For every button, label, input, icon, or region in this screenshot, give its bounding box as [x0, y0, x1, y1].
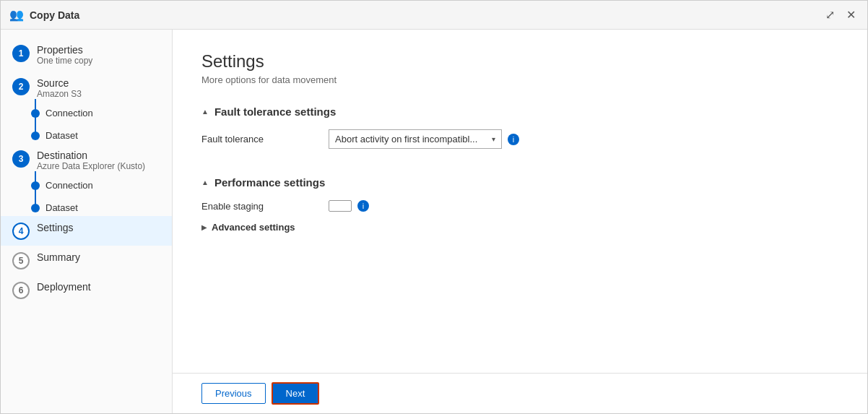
performance-header[interactable]: ▲ Performance settings: [201, 176, 838, 189]
fault-tolerance-section: ▲ Fault tolerance settings Fault toleran…: [201, 105, 838, 159]
sidebar-item-destination[interactable]: 3 Destination Azure Data Explorer (Kusto…: [1, 144, 172, 177]
app-icon: 👥: [9, 8, 24, 22]
app-window: 👥 Copy Data ⤢ ✕ 1 Properties One time co…: [0, 0, 868, 414]
dropdown-value: Abort activity on first incompatibl...: [335, 134, 477, 145]
nav-text-settings: Settings: [37, 222, 74, 233]
advanced-settings-row[interactable]: ▶ Advanced settings: [201, 222, 838, 233]
sidebar: 1 Properties One time copy 2 Source Amaz…: [1, 30, 173, 413]
nav-text-properties: Properties One time copy: [37, 44, 92, 66]
source-connection-item[interactable]: Connection: [31, 105, 172, 121]
footer: Previous Next: [173, 373, 867, 413]
advanced-settings-label: Advanced settings: [212, 222, 295, 233]
nav-text-source: Source Amazon S3: [37, 77, 82, 99]
nav-label-properties: Properties: [37, 44, 92, 56]
nav-sublabel-source: Amazon S3: [37, 89, 82, 99]
enable-staging-label: Enable staging: [201, 201, 317, 212]
fault-tolerance-row: Fault tolerance Abort activity on first …: [201, 129, 838, 149]
dest-connection-dot: [31, 181, 40, 190]
sidebar-item-properties[interactable]: 1 Properties One time copy: [1, 38, 172, 72]
nav-circle-2: 2: [12, 78, 30, 95]
sidebar-item-deployment[interactable]: 6 Deployment: [1, 275, 172, 305]
fault-tolerance-dropdown[interactable]: Abort activity on first incompatibl... ▾: [329, 129, 502, 149]
fault-tolerance-label: Fault tolerance: [201, 134, 317, 145]
titlebar: 👥 Copy Data ⤢ ✕: [1, 1, 867, 30]
sidebar-item-summary[interactable]: 5 Summary: [1, 246, 172, 275]
performance-section: ▲ Performance settings Enable staging i …: [201, 176, 838, 236]
dest-connection-item[interactable]: Connection: [31, 177, 172, 194]
destination-subitems: Connection Dataset: [31, 177, 172, 216]
sidebar-item-settings[interactable]: 4 Settings: [1, 216, 172, 246]
fault-tolerance-title: Fault tolerance settings: [214, 105, 336, 118]
nav-label-deployment: Deployment: [37, 281, 91, 293]
fault-tolerance-info-icon[interactable]: i: [508, 134, 519, 145]
source-connection-dot: [31, 109, 40, 118]
dest-dataset-label: Dataset: [45, 202, 78, 213]
next-button[interactable]: Next: [272, 382, 320, 405]
sidebar-item-source[interactable]: 2 Source Amazon S3: [1, 72, 172, 105]
fault-collapse-icon: ▲: [201, 108, 209, 116]
main-area: Settings More options for data movement …: [173, 30, 867, 413]
fault-tolerance-header[interactable]: ▲ Fault tolerance settings: [201, 105, 838, 118]
dest-connection-label: Connection: [45, 180, 93, 191]
source-connection-label: Connection: [45, 108, 93, 118]
nav-label-source: Source: [37, 77, 82, 89]
nav-label-destination: Destination: [37, 150, 145, 161]
minimize-button[interactable]: ⤢: [823, 7, 838, 23]
dest-dataset-dot: [31, 204, 40, 212]
source-dataset-dot: [31, 131, 40, 140]
nav-label-summary: Summary: [37, 251, 80, 263]
nav-circle-1: 1: [12, 45, 30, 62]
nav-sublabel-destination: Azure Data Explorer (Kusto): [37, 161, 145, 171]
enable-staging-toggle[interactable]: [329, 200, 352, 212]
nav-text-destination: Destination Azure Data Explorer (Kusto): [37, 150, 145, 171]
page-subtitle: More options for data movement: [201, 74, 838, 85]
source-dataset-label: Dataset: [45, 130, 78, 141]
nav-sublabel-properties: One time copy: [37, 56, 92, 66]
main-content: Settings More options for data movement …: [173, 30, 867, 373]
toggle-container: i: [329, 200, 369, 212]
nav-text-summary: Summary: [37, 251, 80, 263]
nav-text-deployment: Deployment: [37, 281, 91, 293]
source-subitems: Connection Dataset: [31, 105, 172, 144]
close-button[interactable]: ✕: [843, 7, 859, 23]
source-dataset-item[interactable]: Dataset: [31, 127, 172, 144]
nav-circle-5: 5: [12, 252, 30, 269]
dropdown-arrow-icon: ▾: [492, 135, 495, 143]
window-title: Copy Data: [30, 9, 79, 21]
dest-dataset-item[interactable]: Dataset: [31, 199, 172, 216]
performance-title: Performance settings: [214, 176, 325, 189]
enable-staging-row: Enable staging i: [201, 200, 838, 212]
titlebar-controls: ⤢ ✕: [823, 7, 859, 23]
nav-circle-6: 6: [12, 282, 30, 299]
advanced-chevron-icon: ▶: [201, 223, 207, 231]
enable-staging-info-icon[interactable]: i: [357, 200, 369, 212]
previous-button[interactable]: Previous: [201, 383, 266, 404]
titlebar-left: 👥 Copy Data: [9, 8, 79, 22]
content-area: 1 Properties One time copy 2 Source Amaz…: [1, 30, 867, 413]
nav-label-settings: Settings: [37, 222, 74, 233]
nav-circle-4: 4: [12, 223, 30, 240]
perf-collapse-icon: ▲: [201, 178, 209, 186]
fault-tolerance-control: Abort activity on first incompatibl... ▾…: [329, 129, 519, 149]
nav-circle-3: 3: [12, 150, 30, 168]
page-title: Settings: [201, 51, 838, 72]
